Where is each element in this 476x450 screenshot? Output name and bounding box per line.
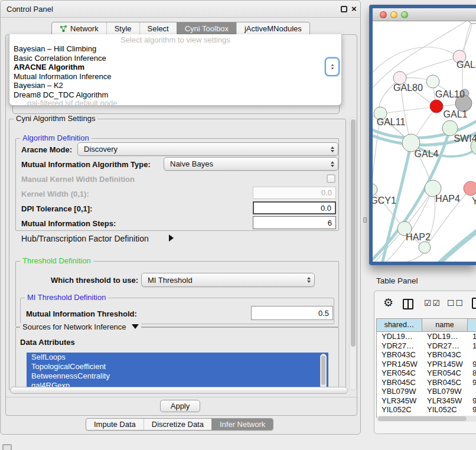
node-table: shared…name YDL19…YDL19…13YDR27…YDR27…12… [376,318,476,418]
dropdown-item-bayesian-k2[interactable]: Bayesian – K2 [9,81,341,90]
settings-hscrollbar[interactable] [10,387,348,394]
zoom-traffic-light-icon[interactable] [401,11,408,18]
dropdown-item-aracne-algorithm[interactable]: ARACNE Algorithm [9,63,341,72]
table-header-row: shared…name [376,318,476,331]
table-row[interactable]: YPR145WYPR145W9. [377,360,476,369]
table-row[interactable]: YDR27…YDR27…12 [377,341,476,351]
float-window-icon[interactable] [341,6,347,12]
manual-kernel-checkbox[interactable] [327,174,335,183]
column-header-name[interactable]: name [422,319,468,331]
aracne-mode-label: Aracne Mode: [21,145,72,154]
table-settings-gear-icon[interactable]: ⚙ [383,296,393,309]
network-node[interactable] [373,184,377,195]
table-cell: 8. [468,369,476,378]
tab-jactivemnodules[interactable]: jActiveMNodules [236,22,309,35]
apply-button[interactable]: Apply [160,400,200,412]
node-label-gal8: GAL8 [457,60,476,70]
column-visibility-icon[interactable] [403,299,413,309]
node-label-gal10: GAL10 [435,89,465,99]
table-cell: 9. [468,405,476,415]
network-edge[interactable] [400,57,459,79]
sources-title[interactable]: Sources for Network Inference [20,323,141,331]
table-row[interactable]: YBL079WYBL079W [377,387,476,396]
dropdown-item-mutual-information-inference[interactable]: Mutual Information Inference [9,72,341,81]
stepper-icon [327,146,338,152]
mi-threshold-field[interactable]: 0.5 [251,306,333,320]
attribute-item-topologicalcoefficient[interactable]: TopologicalCoefficient [27,362,328,371]
column-header-extra[interactable] [468,319,476,331]
table-row[interactable]: YBR043CYBR043C [377,350,476,360]
dropdown-item-basic-correlation-inference[interactable]: Basic Correlation Inference [9,54,341,63]
dpi-tolerance-field[interactable]: 0.0 [253,201,336,214]
panel-divider-grip[interactable] [363,217,367,223]
expand-arrow-icon[interactable] [169,234,174,242]
attribute-item-betweennesscentrality[interactable]: BetweennessCentrality [27,371,328,381]
close-traffic-light-icon[interactable] [380,11,387,18]
table-cell: YBR043C [377,350,422,360]
table-cell: 12 [468,341,476,351]
collapse-arrow-icon[interactable] [132,324,139,329]
table-row[interactable]: YDL19…YDL19…13 [377,332,476,341]
network-node[interactable] [426,75,439,88]
table-row[interactable]: YIL052CYIL052C9. [377,405,476,415]
mi-type-combo[interactable]: Naive Bayes [164,157,338,171]
attribute-item-selfloops[interactable]: SelfLoops [27,353,328,362]
table-cell: YDL19… [422,332,468,341]
stepper-icon [327,161,338,167]
tab-cyni-toolbox[interactable]: Cyni Toolbox [177,22,236,35]
hub-definition-label[interactable]: Hub/Transcription Factor Definition [21,234,149,243]
algorithm-dropdown-popup: Select algorithm to view settings Bayesi… [9,34,342,106]
node-label-swi4: SWI4 [454,133,476,144]
table-panel: ⚙ ☑☑ ☐☐ shared…name YDL19…YDL19…13YDR27…… [374,291,476,434]
table-cell: 9. [468,360,476,369]
minimize-traffic-light-icon[interactable] [390,11,397,18]
table-cell: 9. [468,396,476,406]
mi-steps-label: Mutual Information Steps: [21,219,116,228]
new-table-page-icon[interactable] [472,298,476,309]
cyni-settings-title: Cyni Algorithm Settings [14,115,97,123]
table-cell: YER054C [422,369,468,378]
network-node[interactable] [464,181,476,195]
table-cell: YPR145W [422,360,468,369]
network-node[interactable] [467,21,476,24]
focused-combo-fragment[interactable] [325,57,340,76]
table-hscrollbar[interactable] [377,416,476,422]
tab-network[interactable]: Network [52,22,106,35]
attributes-list-scrollbar[interactable] [320,354,327,389]
tab-style[interactable]: Style [106,22,139,35]
data-attributes-list[interactable]: SelfLoopsTopologicalCoefficientBetweenne… [27,353,328,390]
tab-discretize-data[interactable]: Discretize Data [144,419,211,430]
tab-infer-network[interactable]: Infer Network [211,419,273,430]
corner-widget-icon[interactable] [2,444,12,450]
table-body: YDL19…YDL19…13YDR27…YDR27…12YBR043CYBR04… [376,331,476,418]
settings-vscrollbar[interactable] [349,117,357,390]
select-all-checkboxes-icon[interactable]: ☑☑ [424,298,441,308]
table-cell: YBR043C [422,350,468,360]
network-canvas-svg: GAL8GAL80GAL10GAL1GAL11SWI4GAL4GCY1HAP4Y… [373,21,476,262]
mi-steps-value: 6 [328,219,332,227]
table-cell: YBR045C [377,378,422,387]
network-node[interactable] [430,100,443,113]
control-panel-title: Control Panel [6,1,53,18]
table-row[interactable]: YER054CYER054C8. [377,369,476,378]
which-threshold-combo[interactable]: MI Threshold [141,273,315,287]
network-canvas[interactable]: GAL8GAL80GAL10GAL1GAL11SWI4GAL4GCY1HAP4Y… [373,21,476,262]
column-header-shared[interactable]: shared… [377,319,422,331]
table-row[interactable]: YBR045CYBR045C9. [377,378,476,387]
mi-steps-field[interactable]: 6 [253,216,336,229]
network-edge[interactable] [380,107,436,114]
kernel-width-field[interactable]: 0.0 [253,187,336,199]
close-window-icon[interactable]: × [351,4,357,14]
algorithm-dropdown-list: Bayesian – Hill ClimbingBasic Correlatio… [9,44,341,99]
tab-impute-data[interactable]: Impute Data [86,419,144,430]
aracne-mode-combo[interactable]: Discovery [77,142,338,156]
network-node[interactable] [419,242,431,253]
tab-select[interactable]: Select [139,22,177,35]
mi-threshold-value: 0.5 [318,309,329,318]
table-row[interactable]: YLR345WYLR345W9. [377,396,476,406]
dropdown-item-dream8-dc-tdc-algorithm[interactable]: Dream8 DC_TDC Algorithm [9,90,341,100]
bottom-tab-bar: Impute DataDiscretize DataInfer Network [86,418,273,431]
network-edge[interactable] [429,229,476,262]
dropdown-item-bayesian-hill-climbing[interactable]: Bayesian – Hill Climbing [9,44,341,54]
deselect-all-checkboxes-icon[interactable]: ☐☐ [447,298,464,308]
